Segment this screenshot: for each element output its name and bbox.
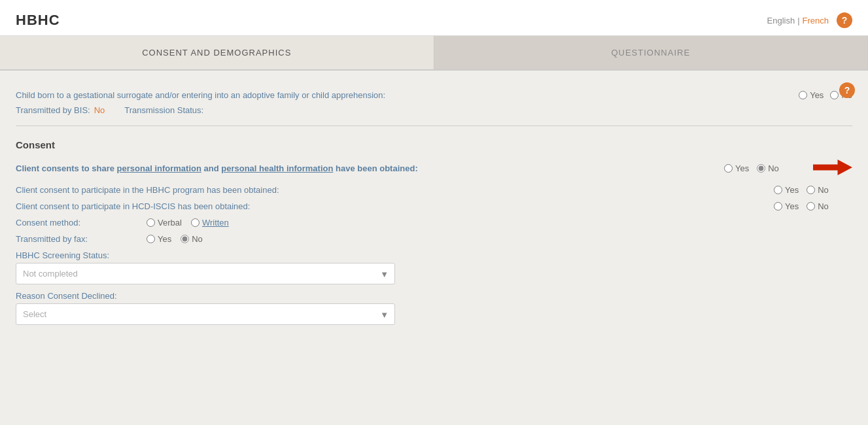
logo: HBHC [16, 12, 60, 29]
transmitted-value: No [94, 105, 105, 115]
personal-info-radios: Yes No [724, 163, 803, 173]
reason-declined-label: Reason Consent Declined: [16, 291, 147, 301]
hcd-yes-option[interactable]: Yes [774, 201, 799, 211]
verbal-option[interactable]: Verbal [147, 218, 182, 228]
fax-no-radio[interactable] [181, 235, 189, 243]
tab-consent[interactable]: CONSENT AND DEMOGRAPHICS [0, 36, 434, 69]
meta-row: Transmitted by BIS: No Transmission Stat… [16, 105, 852, 115]
red-arrow-indicator [813, 158, 852, 178]
screening-status-select-wrapper: Not completed Completed In progress ▼ [16, 263, 395, 284]
reason-declined-row: Reason Consent Declined: Select Declined… [16, 291, 852, 325]
french-lang[interactable]: French [803, 16, 829, 26]
written-option[interactable]: Written [191, 218, 229, 228]
personal-info-no-radio[interactable] [757, 164, 765, 173]
hbhc-radios: Yes No [774, 185, 852, 195]
consent-method-label: Consent method: [16, 218, 147, 228]
header-right: English | French ? [767, 12, 853, 28]
surrogate-yes-option[interactable]: Yes [799, 90, 824, 100]
hbhc-label: Client consent to participate in the HBH… [16, 185, 767, 195]
personal-info-link[interactable]: personal information [117, 163, 201, 173]
surrogate-section: Child born to a gestational surrogate an… [16, 84, 852, 126]
consent-row-hbhc: Client consent to participate in the HBH… [16, 185, 852, 195]
verbal-radio[interactable] [147, 218, 155, 227]
help-icon-header[interactable]: ? [837, 12, 852, 28]
help-icon-content[interactable]: ? [839, 82, 855, 98]
transmitted-label: Transmitted by BIS: [16, 105, 90, 115]
hbhc-yes-option[interactable]: Yes [774, 185, 799, 195]
hbhc-no-radio[interactable] [807, 186, 815, 194]
tab-questionnaire[interactable]: QUESTIONNAIRE [434, 36, 869, 69]
english-lang[interactable]: English [767, 16, 795, 26]
consent-section: Consent Client consents to share persona… [16, 133, 852, 338]
consent-method-row: Consent method: Verbal Written [16, 218, 852, 228]
transmission-status: Transmission Status: [124, 105, 207, 115]
red-arrow-icon [813, 158, 852, 177]
fax-options: Yes No [147, 234, 203, 244]
consent-row-hcd: Client consent to participate in HCD-ISC… [16, 201, 852, 211]
main-content: ? Child born to a gestational surrogate … [0, 71, 868, 351]
hcd-no-option[interactable]: No [807, 201, 829, 211]
transmission-status-label: Transmission Status: [124, 105, 203, 115]
consent-title: Consent [16, 139, 852, 150]
hbhc-no-option[interactable]: No [807, 185, 829, 195]
surrogate-no-radio[interactable] [830, 91, 839, 99]
reason-declined-select-wrapper: Select Declined Unable to contact Other … [16, 303, 395, 325]
screening-status-select[interactable]: Not completed Completed In progress [16, 263, 395, 284]
hcd-label: Client consent to participate in HCD-ISC… [16, 201, 767, 211]
personal-info-yes-option[interactable]: Yes [724, 163, 749, 173]
screening-status-label: HBHC Screening Status: [16, 250, 147, 260]
surrogate-row: Child born to a gestational surrogate an… [16, 90, 852, 100]
consent-row-personal-info: Client consents to share personal inform… [16, 158, 852, 178]
transmitted-bis: Transmitted by BIS: No [16, 105, 105, 115]
personal-info-yes-radio[interactable] [724, 164, 733, 173]
fax-yes-radio[interactable] [147, 235, 155, 243]
transmitted-fax-row: Transmitted by fax: Yes No [16, 234, 852, 244]
personal-info-no-option[interactable]: No [757, 163, 779, 173]
header: HBHC English | French ? [0, 0, 868, 36]
help-circle-icon[interactable]: ? [839, 82, 855, 98]
personal-info-label: Client consents to share personal inform… [16, 163, 718, 173]
fax-no-option[interactable]: No [181, 234, 203, 244]
transmitted-fax-label: Transmitted by fax: [16, 234, 147, 244]
reason-declined-select[interactable]: Select Declined Unable to contact Other [16, 303, 395, 325]
surrogate-yes-radio[interactable] [799, 91, 807, 99]
fax-yes-option[interactable]: Yes [147, 234, 171, 244]
screening-status-row: HBHC Screening Status: Not completed Com… [16, 250, 852, 284]
svg-marker-0 [813, 160, 852, 175]
personal-health-link[interactable]: personal health information [221, 163, 333, 173]
consent-method-options: Verbal Written [147, 218, 229, 228]
hbhc-yes-radio[interactable] [774, 186, 782, 194]
language-switcher: English | French ? [767, 12, 853, 28]
lang-separator: | [797, 16, 799, 26]
surrogate-label: Child born to a gestational surrogate an… [16, 90, 385, 100]
hcd-yes-radio[interactable] [774, 202, 782, 211]
hcd-radios: Yes No [774, 201, 852, 211]
tab-bar: CONSENT AND DEMOGRAPHICS QUESTIONNAIRE [0, 36, 868, 71]
hcd-no-radio[interactable] [807, 202, 815, 211]
written-radio[interactable] [191, 218, 200, 227]
